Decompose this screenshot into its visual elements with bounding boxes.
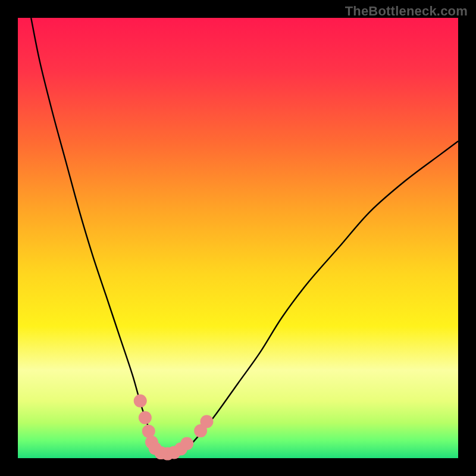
curve-marker bbox=[134, 394, 147, 408]
bottleneck-chart bbox=[0, 0, 476, 476]
curve-marker bbox=[180, 437, 193, 450]
curve-marker bbox=[139, 411, 152, 424]
watermark-text: TheBottleneck.com bbox=[345, 4, 468, 19]
curve-marker bbox=[142, 425, 155, 438]
chart-frame: TheBottleneck.com bbox=[0, 0, 476, 476]
curve-marker bbox=[200, 415, 213, 428]
plot-background bbox=[18, 18, 458, 458]
